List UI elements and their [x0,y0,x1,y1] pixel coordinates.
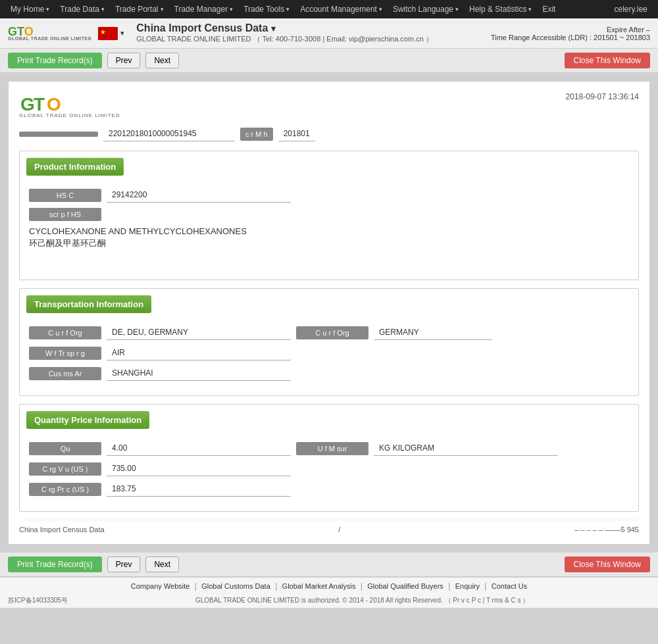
country-origin-value2: GERMANY [374,325,492,340]
footer-left: China Import Census Data [19,526,105,533]
transport-mode-row: W f Tr sp r g AIR [29,345,629,360]
nav-help-statistics[interactable]: Help & Statistics ▾ [464,0,537,18]
nav-exit[interactable]: Exit [537,0,561,18]
title-dropdown-icon[interactable]: ▾ [271,24,276,34]
chevron-down-icon: ▾ [230,6,233,12]
hs-desc-label: scr p f HS [29,208,101,221]
logo-area: GTO GLOBAL TRADE ONLINE LIMITED [8,26,91,41]
card-logo: G T O GLOBAL TRADE ONLINE LIMITED [19,92,120,118]
print-button-top[interactable]: Print Trade Record(s) [8,53,102,68]
main-content: G T O GLOBAL TRADE ONLINE LIMITED 2018-0… [0,73,658,553]
svg-text:O: O [47,94,61,114]
card-header: G T O GLOBAL TRADE ONLINE LIMITED 2018-0… [19,92,639,118]
footer-enquiry[interactable]: Enquiry [455,582,480,590]
top-navigation: My Home ▾ Trade Data ▾ Trade Portal ▾ Tr… [0,0,658,18]
country-origin-value: DE, DEU, GERMANY [107,325,291,340]
quantity-label: Qu [29,442,101,455]
company-info: GLOBAL TRADE ONLINE LIMITED （ Tel: 400-7… [136,34,433,44]
footer-global-customs[interactable]: Global Customs Data [201,582,270,590]
footer-global-buyers[interactable]: Global Qualified Buyers [367,582,443,590]
record-id-bar: 22012018010000051945 c r M h 201801 [19,126,639,141]
gtc-logo-svg: G T O [19,92,72,115]
transport-mode-label: W f Tr sp r g [29,347,101,360]
hs-code-value: 29142200 [107,187,291,203]
transportation-section: Transportation Information C u r f Org D… [19,288,639,396]
svg-text:T: T [34,94,45,114]
product-section: Product Information HS C 29142200 scr p … [19,151,639,280]
quantity-row: Qu 4.00 U f M sur KG KILOGRAM [29,441,629,456]
origin-row: C u r f Org DE, DEU, GERMANY C u r f Org… [29,325,629,340]
close-button-top[interactable]: Close This Window [565,53,650,68]
chevron-down-icon: ▾ [455,6,459,12]
chevron-down-icon: ▾ [286,6,290,12]
print-button-bottom[interactable]: Print Trade Record(s) [8,557,102,572]
copyright-text: GLOBAL TRADE ONLINE LIMITED is authorize… [74,596,650,605]
action-bar-bottom: Print Trade Record(s) Prev Next Close Th… [0,553,658,577]
transportation-section-header: Transportation Information [26,295,151,313]
chevron-down-icon: ▾ [528,6,532,12]
user-info: celery.lee [609,5,653,14]
cargo-value-value: 735.00 [107,461,291,476]
record-mode-value: 201801 [278,126,315,141]
chevron-down-icon: ▾ [101,6,105,12]
nav-switch-language[interactable]: Switch Language ▾ [388,0,464,18]
product-desc-cn: 环己酮及甲基环己酮 [29,237,629,249]
product-desc-en: CYCLOHEXANONE AND METHYLCYCLOHEXANONES [29,226,629,236]
page-title: China Import Census Data ▾ [136,22,433,34]
quantity-section-content: Qu 4.00 U f M sur KG KILOGRAM C rg V u (… [20,435,638,511]
cargo-price-value: 183.75 [107,482,291,497]
unit-label: U f M sur [296,442,368,455]
quantity-value: 4.00 [107,441,291,456]
quantity-section: Quantity Price Information Qu 4.00 U f M… [19,404,639,512]
next-button-bottom[interactable]: Next [145,557,179,572]
nav-trade-tools[interactable]: Trade Tools ▾ [238,0,295,18]
chevron-down-icon: ▾ [161,6,164,12]
cargo-value-label: C rg V u (US ) [29,462,101,476]
nav-trade-manager[interactable]: Trade Manager ▾ [169,0,239,18]
prev-button-bottom[interactable]: Prev [107,557,141,572]
product-section-content: HS C 29142200 scr p f HS CYCLOHEXANONE A… [20,182,638,280]
customs-area-row: Cus ms Ar SHANGHAI [29,366,629,381]
flag-area: ▾ [98,27,124,40]
hs-code-label: HS C [29,189,101,202]
record-id-value: 22012018010000051945 [103,126,235,141]
nav-trade-data[interactable]: Trade Data ▾ [55,0,110,18]
record-mode-label: c r M h [240,128,273,141]
svg-text:G: G [20,94,35,114]
hs-code-row: HS C 29142200 [29,187,629,203]
icp-number: 苏ICP备14033305号 [8,596,68,605]
sub-header: GTO GLOBAL TRADE ONLINE LIMITED ▾ China … [0,18,658,49]
footer-company-website[interactable]: Company Website [131,582,190,590]
footer-links: Company Website | Global Customs Data | … [0,577,658,595]
close-button-bottom[interactable]: Close This Window [565,557,650,572]
product-section-header: Product Information [26,158,124,176]
record-card: G T O GLOBAL TRADE ONLINE LIMITED 2018-0… [8,81,650,545]
flag-dropdown[interactable]: ▾ [120,29,124,37]
footer-mid: / [338,526,340,533]
footer-contact[interactable]: Contact Us [492,582,527,590]
prev-button-top[interactable]: Prev [107,53,141,68]
nav-trade-portal[interactable]: Trade Portal ▾ [110,0,169,18]
customs-area-label: Cus ms Ar [29,367,101,380]
country-origin-label2: C u r f Org [296,326,368,339]
footer-icp: 苏ICP备14033305号 GLOBAL TRADE ONLINE LIMIT… [0,595,658,608]
china-flag [98,27,118,40]
footer-right: – – – – – ––––5 945 [574,526,639,533]
cargo-value-row: C rg V u (US ) 735.00 [29,461,629,476]
record-footer: China Import Census Data / – – – – – –––… [19,520,639,533]
cargo-price-row: C rg Pr c (US ) 183.75 [29,482,629,497]
expire-info: Expire After – Time Range Accessible (LD… [491,26,650,41]
country-origin-label: C u r f Org [29,326,101,339]
transportation-section-content: C u r f Org DE, DEU, GERMANY C u r f Org… [20,320,638,395]
footer-global-market[interactable]: Global Market Analysis [282,582,356,590]
transport-mode-value: AIR [107,345,291,360]
logo: GTO GLOBAL TRADE ONLINE LIMITED [8,26,91,41]
nav-account-management[interactable]: Account Management ▾ [295,0,388,18]
customs-area-value: SHANGHAI [107,366,291,381]
record-id-label [19,132,98,137]
record-timestamp: 2018-09-07 13:36:14 [566,92,639,101]
quantity-section-header: Quantity Price Information [26,411,149,429]
nav-my-home[interactable]: My Home ▾ [5,0,55,18]
action-bar-top: Print Trade Record(s) Prev Next Close Th… [0,49,658,73]
next-button-top[interactable]: Next [145,53,179,68]
